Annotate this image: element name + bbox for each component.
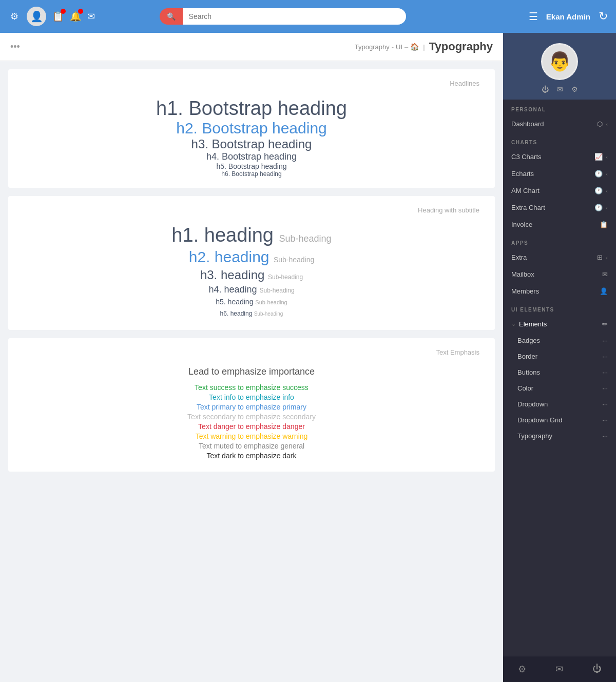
h5-sub-row: h5. heading Sub-heading [24,297,479,306]
sidebar-item-label: AM Chart [511,187,540,194]
h1-sub-main: h1. heading [171,224,279,246]
gear-icon[interactable]: ⚙ [571,85,578,93]
h6-sub-main: h6. heading [220,310,254,317]
bottom-settings-icon[interactable]: ⚙ [518,664,526,675]
invoice-icon: 📋 [600,221,608,228]
h2-sub-row: h2. heading Sub-heading [24,248,479,266]
sidebar-sub-dropdown-grid[interactable]: Dropdown Grid ··· [503,412,616,428]
admin-name-label: Ekan Admin [546,12,590,21]
breadcrumb-bar: ••• Typography - UI – 🏠 | Typography [0,33,503,61]
sidebar-sub-buttons[interactable]: Buttons ··· [503,364,616,380]
sidebar-item-dashboard[interactable]: Dashboard ⬡ ‹ [503,115,616,132]
h4-sub-main: h4. heading [208,284,259,295]
h5-sub-main: h5. heading [216,298,255,306]
h5-bootstrap: h5. Bootstrap heading [24,162,479,170]
buttons-icon: ··· [602,368,608,376]
sidebar-item-c3charts[interactable]: C3 Charts 📈 ‹ [503,148,616,165]
bottom-power-icon[interactable]: ⏻ [592,664,602,675]
sidebar-item-echarts[interactable]: Echarts 🕐 ‹ [503,165,616,182]
breadcrumb-item-typography[interactable]: Typography [355,43,390,51]
sidebar-sub-label: Badges [517,337,540,344]
section-personal: PERSONAL [503,100,616,115]
typography-icon: ··· [602,432,608,440]
breadcrumb-item-ui[interactable]: UI [396,43,402,51]
notifications-icon[interactable]: 🔔 [70,11,81,22]
chevron-left-icon: ‹ [606,121,608,127]
h2-sub-main: h2. heading [189,248,274,265]
sidebar-sub-typography[interactable]: Typography ··· [503,428,616,444]
sidebar-item-mailbox[interactable]: Mailbox ✉ [503,266,616,283]
text-success: Text success to emphasize success [24,383,479,392]
refresh-icon[interactable]: ↻ [599,10,608,23]
section-ui-elements: UI ELEMENTS [503,300,616,316]
h3-sub-small: Sub-heading [268,274,303,281]
color-icon: ··· [602,384,608,392]
h1-bootstrap: h1. Bootstrap heading [24,98,479,120]
sidebar-item-label: Extra Chart [511,204,545,211]
content-area: ••• Typography - UI – 🏠 | Typography Hea… [0,33,503,682]
text-emphasis-label: Text Emphasis [24,348,479,356]
extrachart-icon: 🕐 [594,204,603,211]
mailbox-icon: ✉ [602,270,608,278]
section-charts: CHARTS [503,132,616,148]
power-icon[interactable]: ⏻ [542,85,549,93]
dropdown-grid-icon: ··· [602,416,608,424]
headlines-label: Headlines [24,80,479,87]
menu-icon[interactable]: ☰ [529,10,538,23]
chevron-left-icon: ‹ [606,171,608,177]
sidebar-bottom-bar: ⚙ ✉ ⏻ [503,656,616,682]
sidebar-item-elements[interactable]: ⌄ Elements ✏ [503,316,616,333]
page-title: Typography [429,40,493,53]
c3charts-icon: 📈 [594,153,603,161]
sidebar-item-invoice[interactable]: Invoice 📋 [503,216,616,233]
breadcrumb-home[interactable]: 🏠 [410,43,419,51]
chevron-down-icon: ⌄ [511,321,516,327]
text-primary: Text primary to emphasize primary [24,403,479,411]
chevron-left-icon: ‹ [606,154,608,160]
sidebar-sub-label: Buttons [517,368,540,376]
text-secondary: Text secondary to emphasize secondary [24,413,479,421]
chevron-left-icon: ‹ [606,188,608,194]
text-emphasis-card: Text Emphasis Lead to emphasize importan… [8,338,495,472]
elements-icon: ✏ [602,320,608,328]
h3-bootstrap: h3. Bootstrap heading [24,137,479,151]
sidebar-item-label: Echarts [511,170,534,178]
h4-sub-row: h4. heading Sub-heading [24,284,479,295]
heading-subtitle-card: Heading with subtitle h1. heading Sub-he… [8,196,495,330]
sidebar-item-label: Extra [511,254,527,261]
messages-icon[interactable]: ✉ [87,11,95,22]
bottom-mail-icon[interactable]: ✉ [555,664,563,675]
sidebar-sub-border[interactable]: Border ··· [503,348,616,364]
h3-sub-main: h3. heading [200,268,268,282]
sidebar-sub-label: Color [517,384,533,392]
sidebar-item-members[interactable]: Members 👤 [503,283,616,300]
h1-sub-row: h1. heading Sub-heading [24,224,479,246]
sidebar-item-label: Dashboard [511,120,544,128]
sidebar-item-extra[interactable]: Extra ⊞ ‹ [503,249,616,266]
h1-sub-small: Sub-heading [279,233,332,244]
sidebar-sub-dropdown[interactable]: Dropdown ··· [503,396,616,412]
text-danger: Text danger to emphasize danger [24,422,479,431]
sidebar-item-amchart[interactable]: AM Chart 🕐 ‹ [503,182,616,199]
breadcrumb-menu[interactable]: ••• [10,42,20,52]
text-info: Text info to emphasize info [24,393,479,401]
sidebar-avatar[interactable]: 👨 [541,43,578,80]
mail-icon[interactable]: ✉ [557,85,563,93]
top-navigation: ⚙ 👤 📋 🔔 ✉ 🔍 ☰ Ekan Admin ↻ [0,0,616,33]
sidebar-sub-badges[interactable]: Badges ··· [503,333,616,348]
h4-sub-small: Sub-heading [260,287,295,294]
topnav-right: ☰ Ekan Admin ↻ [529,10,608,23]
sidebar-sub-label: Dropdown [517,400,548,408]
sidebar-item-label: C3 Charts [511,153,542,161]
search-input[interactable] [183,8,406,25]
user-avatar[interactable]: 👤 [27,7,46,26]
search-button[interactable]: 🔍 [160,8,183,25]
h2-bootstrap: h2. Bootstrap heading [24,120,479,137]
sidebar-sub-color[interactable]: Color ··· [503,380,616,396]
tasks-icon[interactable]: 📋 [52,11,64,22]
h6-sub-row: h6. heading Sub-heading [24,308,479,318]
settings-icon[interactable]: ⚙ [8,9,21,24]
search-bar: 🔍 [160,8,406,25]
sidebar-sub-label: Typography [517,432,552,440]
sidebar-item-extrachart[interactable]: Extra Chart 🕐 ‹ [503,199,616,216]
